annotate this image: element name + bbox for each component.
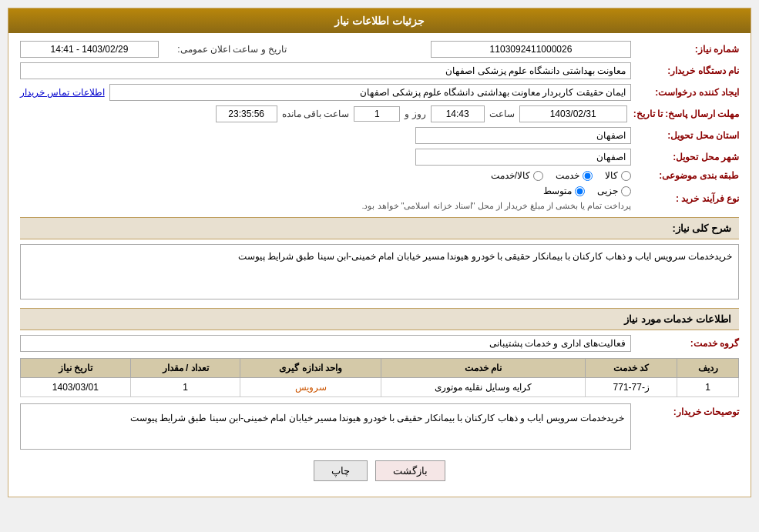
need-number-input[interactable] [431, 41, 631, 58]
group-service-label: گروه خدمت: [631, 338, 739, 349]
category-radio-khedmat-input[interactable] [583, 171, 593, 181]
service-table: ردیف کد خدمت نام خدمت واحد اندازه گیری ت… [20, 358, 739, 397]
cell-date: 1403/03/01 [21, 377, 131, 396]
col-service-name: نام خدمت [381, 358, 586, 377]
col-date: تاریخ نیاز [21, 358, 131, 377]
need-description-header: شرح کلی نیاز: [20, 217, 739, 239]
category-kala-label: کالا [605, 170, 618, 181]
province-input[interactable] [415, 127, 631, 144]
process-note: پرداخت تمام یا بخشی از مبلغ خریدار از مح… [361, 201, 631, 211]
cell-qty: 1 [130, 377, 240, 396]
back-button[interactable]: بازگشت [375, 460, 445, 481]
need-number-label: شماره نیاز: [631, 44, 739, 55]
creator-label: ایجاد کننده درخواست: [631, 87, 739, 98]
city-label: شهر محل تحویل: [631, 152, 739, 162]
org-name-label: نام دستگاه خریدار: [631, 65, 739, 76]
announce-date-label: تاریخ و ساعت اعلان عمومی: [163, 44, 287, 55]
process-radio-jozi[interactable]: جزیی [597, 186, 631, 196]
province-label: استان محل تحویل: [631, 130, 739, 141]
deadline-date-input[interactable] [519, 105, 627, 122]
deadline-days-label: روز و [405, 109, 425, 119]
table-row: 1 ز-77-771 کرایه وسایل نقلیه موتوری سروی… [21, 377, 739, 396]
category-radio-kala[interactable]: کالا [605, 170, 631, 181]
deadline-remain-label: ساعت باقی مانده [282, 109, 350, 119]
org-name-input[interactable] [20, 62, 631, 79]
category-radio-kala-khedmat-input[interactable] [533, 171, 543, 181]
cell-unit: سرویس [240, 377, 381, 396]
process-motawaset-label: متوسط [543, 186, 572, 196]
buyer-desc-box: خریدخدمات سرویس ایاب و ذهاب کارکنان با ب… [20, 403, 631, 450]
category-radio-kala-khedmat[interactable]: کالا/خدمت [491, 170, 543, 181]
need-description-textarea[interactable] [20, 244, 739, 299]
process-radio-motawaset[interactable]: متوسط [543, 186, 585, 196]
category-radio-khedmat[interactable]: خدمت [556, 170, 593, 181]
deadline-time-input[interactable] [431, 105, 485, 122]
category-radio-kala-input[interactable] [621, 171, 631, 181]
deadline-time-label: ساعت [489, 109, 515, 119]
city-input[interactable] [415, 149, 631, 166]
col-unit: واحد اندازه گیری [240, 358, 381, 377]
category-khedmat-label: خدمت [556, 170, 579, 181]
cell-service-name: کرایه وسایل نقلیه موتوری [381, 377, 586, 396]
category-kala-khedmat-label: کالا/خدمت [491, 170, 530, 181]
creator-input[interactable] [109, 84, 631, 101]
deadline-remain-input[interactable] [216, 105, 277, 122]
announce-date-input[interactable] [20, 41, 159, 58]
process-radio-motawaset-input[interactable] [575, 186, 585, 196]
print-button[interactable]: چاپ [314, 460, 368, 481]
cell-rownum: 1 [677, 377, 739, 396]
col-rownum: ردیف [677, 358, 739, 377]
cell-service-code: ز-77-771 [586, 377, 677, 396]
process-radio-jozi-input[interactable] [621, 186, 631, 196]
page-title: جزئیات اطلاعات نیاز [8, 8, 751, 33]
group-service-input[interactable] [20, 335, 631, 352]
deadline-label: مهلت ارسال پاسخ: تا تاریخ: [627, 109, 739, 119]
col-qty: تعداد / مقدار [130, 358, 240, 377]
service-info-header: اطلاعات خدمات مورد نیاز [20, 308, 739, 330]
category-label: طبقه بندی موضوعی: [631, 170, 739, 181]
process-label: نوع فرآیند خرید : [631, 193, 739, 204]
deadline-days-input[interactable] [354, 106, 400, 122]
process-jozi-label: جزیی [597, 186, 618, 196]
col-service-code: کد خدمت [586, 358, 677, 377]
buyer-desc-label: توصیحات خریدار: [631, 407, 739, 417]
contact-link[interactable]: اطلاعات تماس خریدار [20, 87, 105, 98]
